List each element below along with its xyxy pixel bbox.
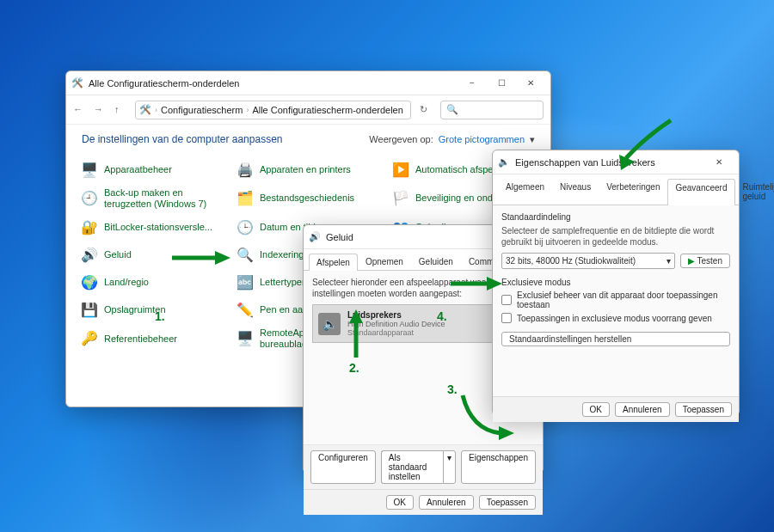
- item-icon: 🌍: [80, 272, 99, 291]
- exclusive-allow-checkbox[interactable]: Exclusief beheer van dit apparaat door t…: [501, 290, 730, 309]
- apply-button[interactable]: Toepassen: [479, 495, 536, 510]
- item-label: Apparaatbeheer: [104, 164, 172, 175]
- minimize-button[interactable]: −: [458, 74, 487, 93]
- item-label: Apparaten en printers: [260, 164, 351, 175]
- breadcrumb-item[interactable]: Configuratiescherm: [161, 105, 243, 115]
- test-button[interactable]: ▶ Testen: [680, 254, 730, 268]
- control-panel-icon: 🛠️: [139, 104, 151, 116]
- cp-item-opslagruimten[interactable]: 💾Opslagruimten: [78, 297, 227, 321]
- forward-button[interactable]: →: [94, 104, 106, 116]
- up-button[interactable]: ↑: [114, 104, 126, 116]
- checkbox-label: Exclusief beheer van dit apparaat door t…: [517, 290, 730, 309]
- item-icon: ▶️: [391, 160, 410, 179]
- annotation-arrow-1: [172, 249, 232, 266]
- item-label: Bestandsgeschiedenis: [260, 193, 354, 204]
- window-icon: 🛠️: [71, 77, 83, 89]
- exclusive-mode-label: Exclusieve modus: [501, 278, 730, 287]
- titlebar: 🔈 Eigenschappen van Luidsprekers ✕: [493, 150, 739, 174]
- svg-marker-4: [499, 426, 514, 440]
- annotation-arrow-4: [451, 275, 502, 292]
- tab-geavanceerd[interactable]: Geavanceerd: [667, 179, 734, 205]
- svg-marker-3: [349, 309, 363, 323]
- chevron-down-icon[interactable]: ▾: [530, 134, 535, 145]
- cp-item-apparaatbeheer[interactable]: 🖥️Apparaatbeheer: [78, 157, 227, 181]
- item-label: Land/regio: [104, 277, 149, 288]
- item-icon: 🖥️: [236, 329, 255, 348]
- item-icon: 💾: [80, 300, 99, 319]
- item-label: Back-up maken en terugzetten (Windows 7): [104, 187, 225, 209]
- close-button[interactable]: ✕: [704, 153, 734, 172]
- cp-item-bitlocker-stationsversle[interactable]: 🔐BitLocker-stationsversle...: [78, 215, 227, 239]
- svg-marker-6: [487, 277, 502, 290]
- nav-toolbar: ← → ↑ 🛠️ › Configuratiescherm › Alle Con…: [66, 95, 550, 125]
- item-icon: 🔤: [236, 272, 255, 291]
- default-format-label: Standaardindeling: [501, 212, 730, 222]
- chevron-right-icon: ›: [155, 106, 157, 114]
- exclusive-priority-checkbox[interactable]: Toepassingen in exclusieve modus voorran…: [501, 313, 730, 323]
- default-format-desc: Selecteer de samplefrequentie en de bitd…: [501, 225, 730, 248]
- search-icon: 🔍: [446, 104, 458, 115]
- item-icon: 🕘: [80, 189, 99, 208]
- checkbox-label: Toepassingen in exclusieve modus voorran…: [517, 314, 712, 323]
- cancel-button[interactable]: Annuleren: [419, 495, 474, 510]
- page-heading: De instellingen van de computer aanpasse…: [82, 133, 282, 145]
- item-icon: 🔊: [80, 245, 99, 264]
- item-icon: 🔐: [80, 217, 99, 236]
- cp-item-land-regio[interactable]: 🌍Land/regio: [78, 270, 227, 294]
- refresh-button[interactable]: ↻: [420, 104, 432, 116]
- tab-verbeteringen[interactable]: Verbeteringen: [599, 178, 667, 205]
- ok-button[interactable]: OK: [386, 495, 414, 510]
- item-icon: 🔍: [236, 245, 255, 264]
- properties-button[interactable]: Eigenschappen: [461, 450, 536, 484]
- view-by-label: Weergeven op:: [369, 134, 433, 145]
- speaker-properties-dialog: 🔈 Eigenschappen van Luidsprekers ✕ Algem…: [492, 150, 740, 416]
- tab-afspelen[interactable]: Afspelen: [309, 254, 358, 271]
- apply-button[interactable]: Toepassen: [675, 402, 732, 417]
- set-default-dropdown[interactable]: ▾: [443, 450, 456, 484]
- cp-item-apparaten-en-printers[interactable]: 🖨️Apparaten en printers: [234, 157, 383, 181]
- set-default-button[interactable]: Als standaard instellen: [381, 450, 443, 484]
- checkbox-icon: [501, 313, 512, 323]
- speaker-icon: 🔈: [318, 313, 341, 335]
- sample-format-value: 32 bits, 48000 Hz (Studiokwaliteit): [506, 256, 636, 266]
- item-icon: 🔑: [80, 329, 99, 348]
- close-button[interactable]: ✕: [516, 74, 545, 93]
- item-label: Geluid: [104, 249, 132, 260]
- item-icon: 🏳️: [391, 189, 410, 208]
- item-label: Lettertypen: [260, 277, 307, 288]
- cp-item-bestandsgeschiedenis[interactable]: 🗂️Bestandsgeschiedenis: [234, 185, 383, 211]
- sample-format-select[interactable]: 32 bits, 48000 Hz (Studiokwaliteit) ▾: [501, 253, 675, 269]
- back-button[interactable]: ←: [73, 104, 85, 116]
- sound-icon: 🔊: [309, 231, 321, 243]
- breadcrumb-item[interactable]: Alle Configuratiescherm-onderdelen: [252, 105, 402, 115]
- item-label: Opslagruimten: [104, 304, 166, 315]
- tab-geluiden[interactable]: Geluiden: [411, 253, 461, 270]
- restore-defaults-button[interactable]: Standaardinstellingen herstellen: [501, 332, 730, 346]
- tab-strip: AlgemeenNiveausVerbeteringenGeavanceerdR…: [493, 174, 739, 205]
- view-by-value[interactable]: Grote pictogrammen: [439, 134, 525, 145]
- speaker-icon: 🔈: [498, 156, 510, 168]
- ok-button[interactable]: OK: [582, 402, 610, 417]
- annotation-arrow-2: [347, 309, 365, 358]
- item-label: Referentiebeheer: [104, 333, 177, 345]
- cp-item-referentiebeheer[interactable]: 🔑Referentiebeheer: [78, 325, 227, 352]
- titlebar: 🛠️ Alle Configuratiescherm-onderdelen − …: [66, 71, 550, 95]
- cp-item-back-up-maken-en-terugze[interactable]: 🕘Back-up maken en terugzetten (Windows 7…: [78, 185, 227, 211]
- annotation-arrow-tab: [619, 120, 679, 172]
- tab-niveaus[interactable]: Niveaus: [552, 178, 599, 205]
- window-title: Alle Configuratiescherm-onderdelen: [89, 78, 458, 89]
- maximize-button[interactable]: ☐: [487, 74, 516, 93]
- tab-algemeen[interactable]: Algemeen: [498, 178, 552, 205]
- configure-button[interactable]: Configureren: [310, 450, 376, 484]
- tab-ruimtelijk-geluid[interactable]: Ruimtelijk geluid: [735, 178, 775, 205]
- tab-opnemen[interactable]: Opnemen: [358, 253, 411, 270]
- checkbox-icon: [501, 295, 512, 305]
- search-input[interactable]: 🔍: [440, 101, 544, 119]
- breadcrumb[interactable]: 🛠️ › Configuratiescherm › Alle Configura…: [135, 101, 411, 119]
- cancel-button[interactable]: Annuleren: [615, 402, 670, 417]
- chevron-down-icon: ▾: [666, 256, 671, 266]
- chevron-right-icon: ›: [246, 106, 249, 114]
- svg-marker-1: [215, 251, 230, 265]
- item-icon: 🕒: [236, 217, 255, 236]
- item-label: BitLocker-stationsversle...: [104, 222, 212, 233]
